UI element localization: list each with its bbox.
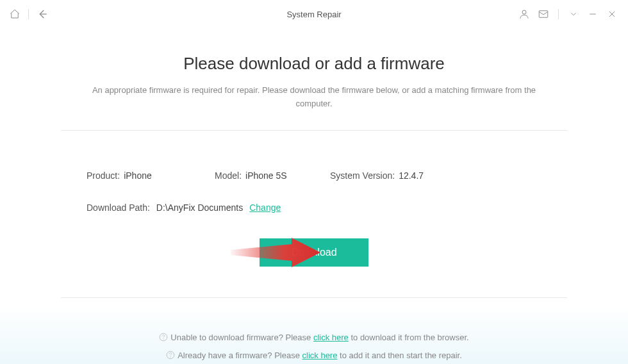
system-version-value: 12.4.7 [399, 170, 424, 181]
download-path-row: Download Path: D:\AnyFix Documents Chang… [61, 203, 567, 213]
back-icon[interactable] [35, 7, 49, 21]
page-heading: Please download or add a firmware [61, 54, 567, 74]
user-icon[interactable] [517, 7, 531, 21]
footer-text: to add it and then start the repair. [337, 351, 461, 360]
footer-line-1: Unable to download firmware? Please clic… [61, 329, 567, 347]
product-label: Product: [87, 170, 120, 181]
device-info-row: Product: iPhone Model: iPhone 5S System … [61, 170, 567, 181]
footer-text: Unable to download firmware? Please [170, 333, 313, 342]
svg-point-6 [163, 338, 164, 339]
download-area: Download [61, 238, 567, 267]
svg-rect-2 [539, 11, 548, 18]
footer-text: Already have a firmware? Please [178, 351, 302, 360]
download-path-value: D:\AnyFix Documents [156, 203, 243, 213]
system-version-label: System Version: [330, 170, 395, 181]
divider [61, 130, 567, 131]
footer-line-2: Already have a firmware? Please click he… [61, 347, 567, 364]
divider [558, 9, 559, 19]
download-path-label: Download Path: [87, 203, 150, 213]
main-content: Please download or add a firmware An app… [0, 28, 628, 364]
window-title: System Repair [286, 10, 341, 19]
help-icon [166, 348, 175, 357]
mail-icon[interactable] [536, 7, 550, 21]
footer-text: to download it from the browser. [349, 333, 469, 342]
help-icon [159, 330, 168, 339]
page-subtext: An appropriate firmware is required for … [90, 84, 538, 111]
titlebar: System Repair [0, 0, 628, 28]
close-icon[interactable] [605, 7, 619, 21]
arrow-annotation [231, 236, 320, 269]
footer-links: Unable to download firmware? Please clic… [61, 329, 567, 364]
product-info: Product: iPhone [87, 170, 215, 181]
add-firmware-link[interactable]: click here [302, 351, 338, 360]
minimize-icon[interactable] [586, 7, 600, 21]
svg-point-1 [522, 10, 526, 14]
divider [61, 297, 567, 298]
svg-marker-4 [231, 238, 320, 267]
model-info: Model: iPhone 5S [215, 170, 330, 181]
product-value: iPhone [124, 170, 152, 181]
model-label: Model: [215, 170, 242, 181]
system-version-info: System Version: 12.4.7 [330, 170, 424, 181]
divider [28, 9, 29, 19]
home-icon[interactable] [8, 7, 22, 21]
svg-point-8 [170, 357, 171, 358]
change-path-link[interactable]: Change [249, 203, 281, 213]
model-value: iPhone 5S [245, 170, 287, 181]
download-browser-link[interactable]: click here [313, 333, 349, 342]
chevron-down-icon[interactable] [566, 7, 581, 21]
